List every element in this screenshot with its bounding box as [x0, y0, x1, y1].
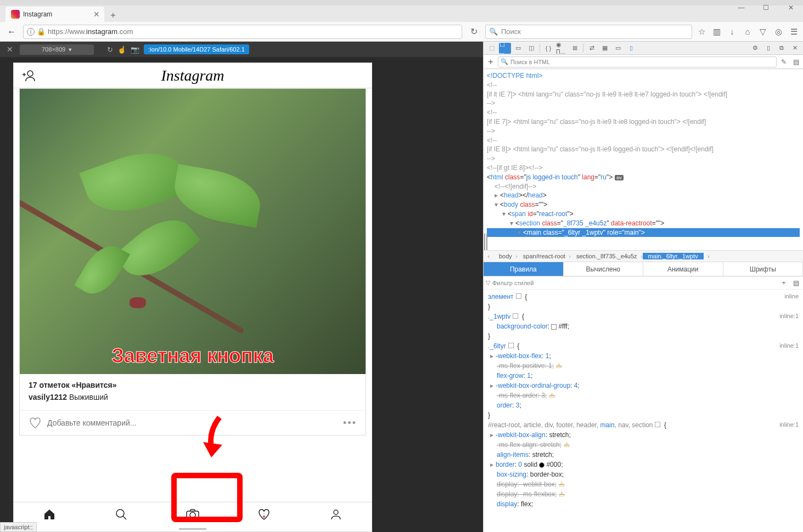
instagram-logo[interactable]: Instagram [161, 67, 224, 84]
accessibility-icon[interactable]: ▭ [612, 43, 624, 54]
rdm-close-button[interactable]: ✕ [4, 45, 15, 54]
home-icon[interactable]: ⌂ [743, 27, 753, 37]
rdm-toolbar: ✕ 708×809 ▾ ↻ ☝ 📷 :ion/10.0 Mobile/14D27… [0, 42, 483, 57]
url-field[interactable]: i 🔒 https://www.instagram.com [23, 25, 462, 39]
search-field[interactable]: 🔍 Поиск [485, 25, 692, 39]
edit-html-icon[interactable]: ✎ [779, 57, 789, 67]
new-tab-button[interactable]: + [106, 9, 120, 22]
nav-camera-icon[interactable] [185, 507, 200, 522]
filter-icon: ▽ [486, 279, 490, 286]
url-text: https://www.instagram.com [48, 27, 133, 36]
instagram-feed[interactable]: Заветная кнопка 17 отметок «Нравится» va… [14, 88, 372, 502]
toolbar-icons: ☆ ▥ ↓ ⌂ ▽ ◎ ☰ [697, 27, 799, 37]
performance-icon[interactable]: ◉ П... [555, 43, 568, 54]
touch-icon[interactable]: ☝ [117, 46, 126, 54]
annotation-label: Заветная кнопка [111, 344, 274, 367]
more-options-icon[interactable]: ••• [343, 417, 357, 429]
pocket-icon[interactable]: ▽ [758, 27, 768, 37]
style-editor-icon[interactable]: { } [542, 43, 554, 54]
inspector-pick-icon[interactable]: ⬚ [486, 43, 498, 54]
eyedropper-icon[interactable]: ▤ [791, 57, 801, 67]
url-bar: ← i 🔒 https://www.instagram.com ↻ 🔍 Поис… [0, 22, 803, 42]
storage-icon[interactable]: ▦ [599, 43, 611, 54]
network-icon[interactable]: ⇄ [586, 43, 598, 54]
viewport-size-selector[interactable]: 708×809 ▾ [20, 44, 94, 55]
like-heart-icon[interactable] [29, 416, 42, 429]
devtools-close-icon[interactable]: ✕ [789, 43, 801, 54]
bookmark-star-icon[interactable]: ☆ [697, 27, 706, 37]
user-agent-field[interactable]: :ion/10.0 Mobile/14D27 Safari/602.1 [144, 44, 249, 54]
html-tree[interactable]: <!DOCTYPE html> <!-- [if lt IE 7]> <html… [484, 69, 803, 250]
selected-node[interactable]: ▾<main class="_6ltyr _1wptv" role="main"… [487, 228, 800, 237]
styles-subtabs: Правила Вычислено Анимации Шрифты [484, 262, 803, 276]
add-rule-button[interactable]: + [779, 278, 789, 288]
memory-icon[interactable]: ⊞ [569, 43, 581, 54]
breadcrumb-item-selected[interactable]: main._6ltyr._1wptv [643, 253, 704, 259]
responsive-toggle-icon[interactable]: ▯ [625, 43, 637, 54]
maximize-button[interactable]: ☐ [754, 0, 778, 15]
nav-home-icon[interactable] [42, 507, 57, 522]
menu-icon[interactable]: ☰ [789, 27, 799, 37]
svg-point-6 [190, 512, 195, 518]
inspector-tab-icon[interactable]: ☐ ... [499, 43, 511, 54]
breadcrumb-prev-icon[interactable]: ‹ [484, 253, 493, 259]
breadcrumb-item[interactable]: section._8f735._e4u5z [571, 253, 643, 259]
debugger-tab-icon[interactable]: ◫ [525, 43, 537, 54]
status-bar: javascript:; [0, 522, 37, 532]
devtools-search-row: + 🔍 Поиск в HTML ✎ ▤ [484, 55, 803, 69]
search-icon: 🔍 [489, 27, 498, 36]
browser-tab[interactable]: Instagram ✕ [5, 7, 104, 22]
devtools-toolbar: ⬚ ☐ ... ▭ ◫ { } ◉ П... ⊞ ⇄ ▦ ▭ ▯ ⚙ ▯ ⧉ ✕ [484, 42, 803, 55]
comment-row: ••• [20, 410, 366, 435]
toggle-classes-icon[interactable]: ▤ [791, 278, 801, 288]
likes-count[interactable]: 17 отметок «Нравится» [29, 381, 357, 389]
svg-line-4 [123, 516, 126, 519]
nav-activity-icon[interactable] [256, 507, 272, 522]
nav-search-icon[interactable] [114, 507, 129, 522]
feed-post: Заветная кнопка 17 отметок «Нравится» va… [19, 88, 366, 435]
target-icon[interactable]: ◎ [773, 27, 783, 37]
svg-point-0 [27, 71, 33, 76]
lock-icon: 🔒 [37, 27, 46, 36]
back-button[interactable]: ← [4, 25, 19, 39]
subtab-fonts[interactable]: Шрифты [723, 262, 804, 276]
dock-side-icon[interactable]: ▯ [762, 43, 774, 54]
rotate-icon[interactable]: ↻ [107, 46, 113, 54]
styles-filter-row: ▽ Фильтр стилей + ▤ [484, 276, 803, 290]
add-element-button[interactable]: + [486, 57, 496, 67]
styles-filter-input[interactable]: ▽ Фильтр стилей [486, 279, 777, 286]
styles-panel[interactable]: элемент {inline } ._1wptv {inline:1 back… [484, 290, 803, 532]
post-image[interactable]: Заветная кнопка [20, 89, 366, 374]
comment-input[interactable] [47, 418, 338, 427]
breadcrumb-item[interactable]: span#react-root [518, 253, 571, 259]
subtab-animations[interactable]: Анимации [643, 262, 723, 276]
dock-popout-icon[interactable]: ⧉ [776, 43, 788, 54]
breadcrumb-item[interactable]: body [493, 253, 518, 259]
reload-button[interactable]: ↻ [467, 25, 481, 39]
html-search-input[interactable]: 🔍 Поиск в HTML [498, 56, 777, 67]
tab-bar: Instagram ✕ + [0, 5, 803, 22]
instagram-favicon-icon [11, 10, 20, 19]
downloads-icon[interactable]: ↓ [727, 27, 737, 37]
minimize-button[interactable]: — [729, 0, 754, 15]
close-window-button[interactable]: ✕ [778, 0, 803, 15]
close-tab-icon[interactable]: ✕ [93, 10, 100, 19]
info-icon[interactable]: i [27, 28, 35, 36]
tab-title: Instagram [23, 10, 52, 18]
instagram-header: Instagram [14, 63, 372, 88]
nav-profile-icon[interactable] [328, 507, 344, 522]
subtab-rules[interactable]: Правила [484, 262, 564, 276]
search-placeholder: Поиск [501, 27, 521, 36]
post-caption: vasily1212 Выживший [29, 393, 357, 401]
breadcrumb-next-icon[interactable]: › [704, 253, 714, 259]
screenshot-icon[interactable]: 📷 [131, 46, 139, 54]
mobile-viewport: Instagram Заветная кнопка [13, 63, 372, 532]
console-tab-icon[interactable]: ▭ [512, 43, 524, 54]
subtab-computed[interactable]: Вычислено [564, 262, 644, 276]
post-username[interactable]: vasily1212 [29, 393, 67, 401]
settings-gear-icon[interactable]: ⚙ [749, 43, 761, 54]
library-icon[interactable]: ▥ [712, 27, 722, 37]
add-user-icon[interactable] [21, 70, 36, 82]
bottom-nav [14, 502, 372, 526]
responsive-design-pane: ✕ 708×809 ▾ ↻ ☝ 📷 :ion/10.0 Mobile/14D27… [0, 42, 483, 532]
